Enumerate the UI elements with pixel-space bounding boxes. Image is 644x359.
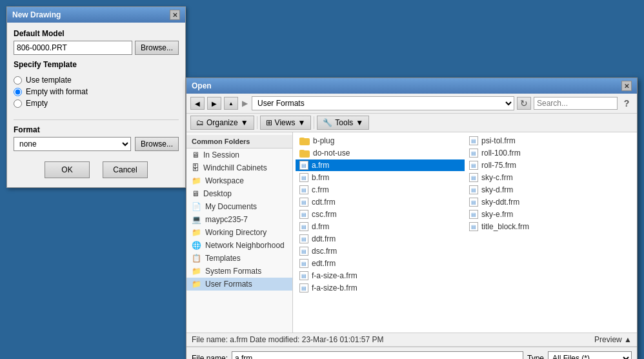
in-session-icon: 🖥 [192,150,199,159]
up-button[interactable]: ▲ [224,97,238,110]
frm-icon [469,185,478,194]
frm-icon [469,210,478,219]
sidebar-item-working-dir[interactable]: 📁 Working Directory [186,226,292,239]
sidebar-item-my-documents[interactable]: 📄 My Documents [186,200,292,213]
new-drawing-close-button[interactable]: ✕ [170,10,180,20]
refresh-button[interactable]: ↻ [517,97,531,110]
tools-button[interactable]: 🔧 Tools ▼ [317,116,369,130]
new-drawing-cancel-button[interactable]: Cancel [103,161,148,178]
file-item-csc-frm[interactable]: csc.frm [296,209,465,220]
toolbar-sep-1 [257,116,257,129]
file-grid: b-plug psi-tol.frm do-not-use roll-100.f… [296,135,634,294]
network-icon: 🌐 [192,241,201,250]
filename-input[interactable] [232,351,523,359]
sidebar-item-templates[interactable]: 📋 Templates [186,252,292,265]
search-input[interactable] [534,97,618,110]
empty-with-format-option[interactable]: Empty with format [14,87,179,96]
file-item-dsc-frm[interactable]: dsc.frm [296,245,465,257]
file-item-title-block[interactable]: title_block.frm [465,221,634,232]
templates-icon: 📋 [192,254,201,263]
file-item-f-a-size-a[interactable]: f-a-size-a.frm [296,270,465,282]
empty-radio[interactable] [14,99,22,108]
tools-dropdown-icon: ▼ [356,118,363,127]
workspace-icon: 📁 [192,176,201,185]
frm-icon [469,161,478,170]
help-button[interactable]: ? [620,97,633,110]
sidebar-item-windchill[interactable]: 🗄 Windchill Cabinets [186,161,292,174]
desktop-icon: 🖥 [192,189,199,198]
file-item-cdt-frm[interactable]: cdt.frm [296,196,465,208]
file-item-psi-tol[interactable]: psi-tol.frm [465,135,634,147]
format-select[interactable]: none [14,137,131,151]
sidebar-item-maypc[interactable]: 💻 maypc235-7 [186,213,292,226]
toolbar-sep-2 [314,116,314,129]
frm-icon [299,234,308,243]
file-item-a-frm[interactable]: a.frm [296,159,465,171]
new-drawing-title: New Drawing [12,10,61,19]
frm-icon [469,149,478,158]
file-item-f-a-size-b[interactable]: f-a-size-b.frm [296,282,465,294]
open-title: Open [192,81,212,90]
organize-dropdown-icon: ▼ [241,118,248,127]
file-item-do-not-use[interactable]: do-not-use [296,147,465,159]
specify-template-label: Specify Template [14,60,179,69]
open-close-button[interactable]: ✕ [621,81,632,91]
default-model-label: Default Model [14,29,179,38]
open-content-area: Common Folders 🖥 In Session 🗄 Windchill … [186,132,637,333]
maypc-icon: 💻 [192,215,201,224]
format-label: Format [14,125,179,134]
forward-button[interactable]: ▶ [207,97,221,110]
file-item-sky-e[interactable]: sky-e.frm [465,209,634,220]
back-button[interactable]: ◀ [190,97,205,110]
windchill-icon: 🗄 [192,163,199,172]
file-item-b-frm[interactable]: b.frm [296,172,465,183]
open-nav-toolbar: ◀ ▶ ▲ ▶ User Formats ↻ ? [186,94,637,114]
open-secondary-toolbar: 🗂 Organize ▼ ⊞ Views ▼ 🔧 Tools ▼ [186,114,637,132]
default-model-browse-button[interactable]: Browse... [135,41,179,55]
file-item-ddt-frm[interactable]: ddt.frm [296,233,465,245]
type-label: Type [527,354,544,359]
filename-label: File name: [192,354,228,359]
organize-icon: 🗂 [196,118,204,127]
tools-icon: 🔧 [323,118,332,127]
views-button[interactable]: ⊞ Views ▼ [260,116,312,130]
sidebar-item-workspace[interactable]: 📁 Workspace [186,174,292,187]
views-dropdown-icon: ▼ [297,118,305,127]
file-item-c-frm[interactable]: c.frm [296,184,465,196]
file-item-d-frm[interactable]: d.frm [296,221,465,232]
ok-button[interactable]: OK [45,161,90,178]
default-model-input[interactable] [14,41,132,55]
use-template-option[interactable]: Use template [14,76,179,85]
sidebar-item-desktop[interactable]: 🖥 Desktop [186,187,292,200]
format-browse-button[interactable]: Browse... [135,137,179,151]
frm-icon [299,271,308,280]
preview-label[interactable]: Preview ▲ [594,335,632,344]
use-template-radio[interactable] [14,76,22,85]
open-bottom-bar: File name: Type All Files (*) [186,347,637,359]
organize-button[interactable]: 🗂 Organize ▼ [190,116,254,130]
sidebar-item-system-formats[interactable]: 📁 System Formats [186,265,292,278]
sidebar-item-in-session[interactable]: 🖥 In Session [186,149,292,161]
file-item-roll-75[interactable]: roll-75.frm [465,159,634,171]
sidebar-item-network[interactable]: 🌐 Network Neighborhood [186,239,292,252]
path-dropdown[interactable]: User Formats [252,96,514,110]
frm-icon [299,173,308,182]
empty-with-format-radio[interactable] [14,88,22,96]
file-item-sky-c[interactable]: sky-c.frm [465,172,634,183]
empty-option[interactable]: Empty [14,99,179,108]
empty-with-format-label: Empty with format [26,87,88,96]
file-item-edt-frm[interactable]: edt.frm [296,258,465,269]
sidebar-item-user-formats[interactable]: 📁 User Formats [186,278,292,291]
type-select[interactable]: All Files (*) [548,351,632,359]
file-item-b-plug[interactable]: b-plug [296,135,465,147]
file-status-text: File name: a.frm Date modified: 23-Mar-1… [192,335,383,344]
file-item-roll-100[interactable]: roll-100.frm [465,147,634,159]
frm-icon [299,247,308,256]
user-formats-icon: 📁 [192,280,201,289]
views-icon: ⊞ [266,118,272,127]
file-item-sky-d[interactable]: sky-d.frm [465,184,634,196]
file-item-sky-ddt[interactable]: sky-ddt.frm [465,196,634,208]
empty-label: Empty [26,99,48,108]
file-list-panel: b-plug psi-tol.frm do-not-use roll-100.f… [293,132,637,333]
frm-icon [299,198,308,207]
